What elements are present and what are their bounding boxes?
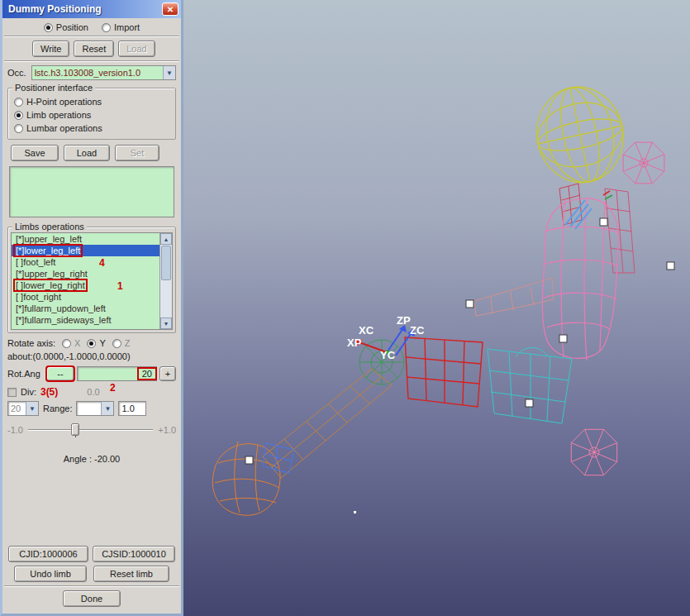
handle-knee[interactable] — [526, 399, 533, 407]
dialog-titlebar[interactable]: Dummy Positioning ✕ — [2, 0, 181, 18]
scroll-down-button[interactable]: ▼ — [160, 318, 172, 329]
radio-hpoint-operations[interactable]: H-Point operations — [14, 97, 169, 107]
rot-ang-minus-button[interactable]: -- — [46, 366, 74, 381]
limb-item-lower-leg-left[interactable]: [*]lower_leg_left — [12, 245, 159, 256]
scroll-up-button[interactable]: ▲ — [160, 233, 172, 245]
occ-label: Occ. — [7, 68, 26, 78]
lower-leg-cyan — [488, 347, 572, 423]
occupant-combobox[interactable]: lstc.h3.103008_version1.0 ▼ — [31, 65, 176, 80]
message-area — [9, 166, 174, 217]
handle-foot[interactable] — [245, 456, 253, 464]
limbs-legend: Limbs operations — [12, 222, 87, 232]
div-label: Div: — [21, 387, 36, 397]
cjid-button[interactable]: CJID:1000006 — [8, 546, 88, 562]
write-button[interactable]: Write — [32, 41, 69, 57]
done-row: Done — [2, 589, 181, 614]
limb-item-fullarm-updown-left[interactable]: [*]fullarm_updown_left — [12, 303, 159, 314]
step-dropdown-button[interactable]: ▼ — [26, 402, 38, 415]
separator — [4, 36, 179, 37]
radio-position[interactable]: Position — [44, 22, 88, 32]
radio-x-icon — [62, 339, 71, 348]
reset-button[interactable]: Reset — [74, 41, 114, 57]
cursor-dot — [354, 511, 356, 513]
radio-import-icon — [102, 23, 111, 32]
chevron-down-icon: ▼ — [166, 69, 173, 77]
rot-ang-field[interactable]: 20 — [77, 366, 157, 381]
div-checkbox[interactable] — [7, 388, 17, 397]
handle-back[interactable] — [667, 262, 674, 270]
done-button[interactable]: Done — [63, 590, 121, 607]
limb-item-upper-leg-left[interactable]: [*]upper_leg_left — [12, 233, 159, 245]
radio-import-label: Import — [114, 22, 140, 32]
radio-axis-y[interactable]: Y — [87, 338, 105, 348]
radio-position-icon — [44, 23, 53, 32]
dummy-positioning-dialog: Dummy Positioning ✕ Position Import Writ… — [0, 0, 183, 616]
reset-limb-button[interactable]: Reset limb — [93, 566, 169, 582]
file-buttons-row: Write Reset Load — [2, 39, 181, 59]
div-extra-value: 0.0 — [87, 387, 99, 397]
radio-import[interactable]: Import — [102, 22, 140, 32]
limb-item-label: [*]upper_leg_left — [14, 233, 83, 245]
list-scrollbar[interactable]: ▲ ▼ — [159, 233, 172, 329]
limb-item-foot-right[interactable]: [ ]foot_right — [12, 291, 159, 303]
rot-ang-row: Rot.Ang -- 20 + 2 — [2, 363, 181, 384]
radio-y-icon — [87, 339, 96, 348]
mode-row: Position Import — [2, 18, 181, 34]
radio-limb-operations[interactable]: Limb operations — [14, 110, 169, 120]
limbs-operations-group: Limbs operations [*]upper_leg_left [*]lo… — [7, 227, 176, 333]
slider-track[interactable] — [28, 429, 153, 431]
scrollbar-track[interactable] — [160, 245, 172, 318]
limb-item-label: [*]lower_leg_left — [14, 245, 82, 256]
limb-item-label: [ ]foot_left — [14, 256, 57, 268]
radio-hpoint-icon — [14, 98, 23, 107]
handle-hand[interactable] — [466, 300, 473, 308]
scrollbar-thumb[interactable] — [161, 246, 171, 280]
wheel-top — [623, 142, 664, 184]
rot-ang-plus-button[interactable]: + — [159, 366, 176, 381]
close-button[interactable]: ✕ — [162, 2, 178, 16]
app-window: XC ZP ZC XP YC Dummy Positioning ✕ — [0, 0, 690, 616]
positioner-legend: Positioner interface — [12, 83, 95, 93]
radio-axis-z[interactable]: Z — [112, 338, 131, 348]
undo-reset-row: Undo limb Reset limb — [2, 564, 181, 584]
limb-item-lower-leg-right[interactable]: [ ]lower_leg_right — [12, 279, 159, 291]
rotate-axis-label: Rotate axis: — [7, 338, 55, 348]
close-icon: ✕ — [167, 5, 174, 14]
angle-slider[interactable] — [28, 422, 153, 438]
handle-hip[interactable] — [559, 335, 567, 342]
rot-ang-value: 20 — [138, 368, 156, 380]
occupant-dropdown-button[interactable]: ▼ — [163, 66, 175, 79]
rot-ang-label: Rot.Ang — [7, 369, 44, 379]
radio-y-label: Y — [99, 338, 105, 348]
step-combobox[interactable]: 20 ▼ — [7, 401, 39, 416]
undo-limb-button[interactable]: Undo limb — [14, 566, 87, 582]
range-dropdown-button[interactable]: ▼ — [101, 402, 113, 415]
viewport-3d[interactable]: XC ZP ZC XP YC — [183, 0, 690, 616]
set-button[interactable]: Set — [115, 145, 159, 161]
arrow-up-icon: ▲ — [164, 236, 169, 242]
axis-label-zp: ZP — [397, 314, 411, 327]
ankle-marker — [263, 443, 294, 473]
save-button[interactable]: Save — [11, 145, 59, 161]
slider-handle[interactable] — [71, 423, 79, 436]
limb-item-label: [*]fullarm_sideways_left — [14, 314, 113, 326]
radio-lumbar-operations[interactable]: Lumbar operations — [14, 123, 169, 133]
radio-limb-icon — [14, 111, 23, 120]
limb-item-label: [ ]foot_right — [14, 291, 63, 303]
radio-axis-x[interactable]: X — [62, 338, 80, 348]
range-combobox[interactable]: ▼ — [76, 401, 114, 416]
rotate-axis-row: Rotate axis: X Y Z — [2, 337, 181, 350]
range-max-field[interactable]: 1.0 — [118, 401, 146, 416]
limb-item-foot-left[interactable]: [ ]foot_left — [12, 256, 159, 268]
range-row: 20 ▼ Range: ▼ 1.0 — [2, 399, 181, 418]
cjsid-button[interactable]: CJSID:1000010 — [93, 546, 175, 562]
separator — [4, 60, 179, 62]
load-button[interactable]: Load — [118, 41, 155, 57]
neck-joint-markers — [603, 191, 612, 199]
handle-chest[interactable] — [600, 218, 607, 226]
limb-load-button[interactable]: Load — [64, 145, 110, 161]
radio-hpoint-label: H-Point operations — [26, 97, 102, 107]
limb-item-fullarm-sideways-left[interactable]: [*]fullarm_sideways_left — [12, 314, 159, 326]
limbs-listbox[interactable]: [*]upper_leg_left [*]lower_leg_left [ ]f… — [11, 232, 173, 330]
limb-item-upper-leg-right[interactable]: [*]upper_leg_right — [12, 268, 159, 279]
